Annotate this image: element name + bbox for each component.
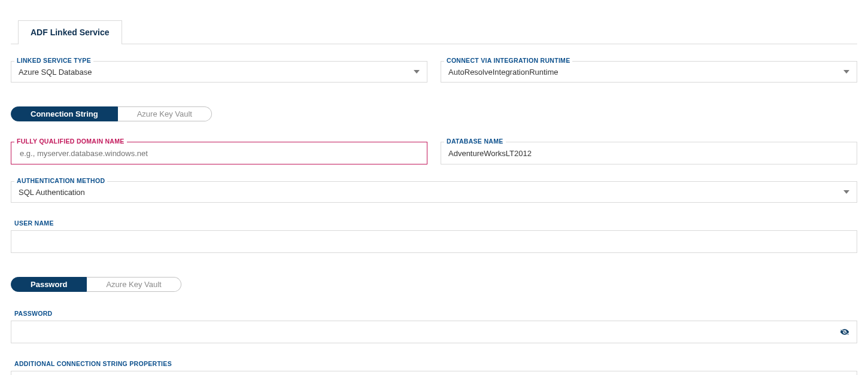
password-label: PASSWORD xyxy=(12,310,857,317)
fqdn-input[interactable]: FULLY QUALIFIED DOMAIN NAME xyxy=(11,142,427,164)
password-text-input[interactable] xyxy=(19,327,849,337)
database-name-input[interactable]: DATABASE NAME AdventureWorksLT2012 xyxy=(441,142,857,164)
database-name-value: AdventureWorksLT2012 xyxy=(448,149,849,158)
database-name-label: DATABASE NAME xyxy=(444,138,506,145)
additional-props-input[interactable] xyxy=(11,371,857,375)
fqdn-text-input[interactable] xyxy=(19,148,420,158)
linked-service-type-value: Azure SQL Database xyxy=(19,68,414,77)
source-toggle-connection-string[interactable]: Connection String xyxy=(11,106,118,121)
password-source-toggle-azure-key-vault[interactable]: Azure Key Vault xyxy=(87,277,181,292)
user-name-text-input[interactable] xyxy=(19,237,849,247)
authentication-method-select[interactable]: AUTHENTICATION METHOD SQL Authentication xyxy=(11,181,857,203)
password-source-toggle-password[interactable]: Password xyxy=(11,277,87,292)
chevron-down-icon xyxy=(843,70,849,74)
authentication-method-label: AUTHENTICATION METHOD xyxy=(14,177,107,184)
linked-service-type-label: LINKED SERVICE TYPE xyxy=(14,57,93,64)
password-input[interactable] xyxy=(11,321,857,343)
chevron-down-icon xyxy=(414,70,420,74)
visibility-off-icon[interactable] xyxy=(839,327,851,337)
user-name-input[interactable] xyxy=(11,230,857,253)
linked-service-type-select[interactable]: LINKED SERVICE TYPE Azure SQL Database xyxy=(11,61,427,83)
integration-runtime-value: AutoResolveIntegrationRuntime xyxy=(448,68,843,77)
source-toggle-azure-key-vault[interactable]: Azure Key Vault xyxy=(118,106,212,121)
chevron-down-icon xyxy=(843,190,849,194)
user-name-label: USER NAME xyxy=(12,219,857,227)
additional-props-label: ADDITIONAL CONNECTION STRING PROPERTIES xyxy=(12,360,857,367)
authentication-method-value: SQL Authentication xyxy=(19,188,843,197)
source-toggle: Connection String Azure Key Vault xyxy=(11,106,212,121)
tab-adf-linked-service[interactable]: ADF Linked Service xyxy=(18,20,122,44)
integration-runtime-label: CONNECT VIA INTEGRATION RUNTIME xyxy=(444,57,572,64)
fqdn-label: FULLY QUALIFIED DOMAIN NAME xyxy=(14,138,127,145)
integration-runtime-select[interactable]: CONNECT VIA INTEGRATION RUNTIME AutoReso… xyxy=(441,61,857,83)
tab-bar: ADF Linked Service xyxy=(11,0,857,44)
password-source-toggle: Password Azure Key Vault xyxy=(11,277,181,292)
